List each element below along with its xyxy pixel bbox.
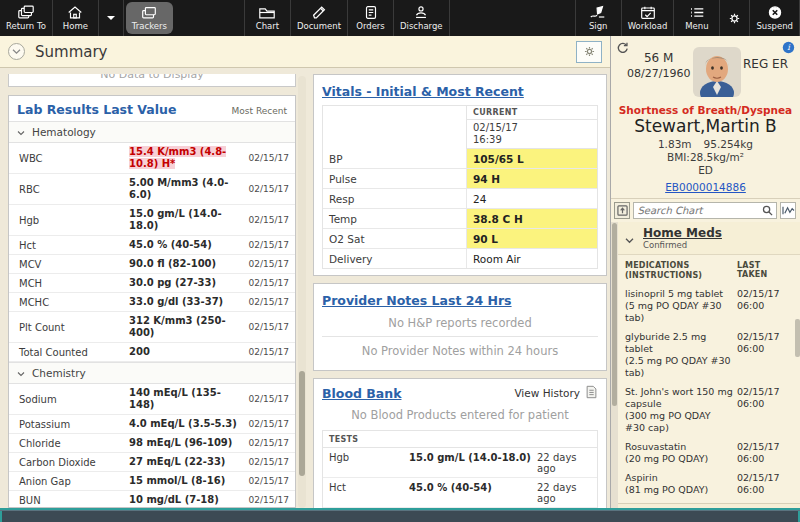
document-button[interactable]: Document [291,0,348,36]
vital-value: 24 [466,189,597,208]
page-settings-button[interactable] [576,41,602,63]
last-taken-date: 02/15/17 [737,386,793,398]
page-title: Summary [35,43,108,61]
discharge-button[interactable]: Discharge [394,0,450,36]
medication-row[interactable]: St. John's wort 150 mg capsule(300 mg PO… [625,386,793,434]
home-dropdown-button[interactable] [99,0,124,36]
refresh-icon[interactable] [616,39,629,58]
vital-signs-section-header[interactable]: Vital Signs [618,503,800,508]
blood-bank-table: Hgb 15.0 gm/L (14.0-18.0) 22 days ago Hc… [322,448,598,508]
lab-date: 02/15/17 [243,184,289,194]
lab-row: MCV 90.0 fl (82-100) 02/15/17 [9,255,295,274]
encounter-number-link[interactable]: EB0000014886 [665,181,746,193]
person-icon [412,5,430,20]
medication-name: Rosuvastatin [625,441,733,453]
vitals-title[interactable]: Vitals - Initial & Most Recent [322,84,524,99]
lab-row: WBC 15.4 K/mm3 (4.8-10.8) H* 02/15/17 [9,143,295,174]
section-header-chemistry[interactable]: Chemistry [9,362,295,384]
last-taken-time: 06:00 [737,343,793,355]
home-button[interactable]: Home [53,0,99,36]
lab-date: 02/15/17 [243,438,289,448]
lab-date: 02/15/17 [243,215,289,225]
lab-value: 90.0 fl (82-100) [129,258,216,269]
trend-waveform-icon[interactable] [780,202,796,219]
no-provider-notes-message: No Provider Notes within 24 hours [322,337,598,364]
home-meds-title: Home Meds [643,226,722,240]
suspend-button[interactable]: Suspend [750,0,800,36]
medication-row[interactable]: Aspirin(81 mg PO QDAY) 02/15/1706:00 [625,472,793,496]
lab-test-name: BUN [19,495,129,506]
meds-scrollbar[interactable] [795,319,800,357]
trackers-button[interactable]: Trackers [126,2,173,34]
lab-date: 02/15/17 [243,394,289,404]
vital-row: Resp 24 [323,189,597,209]
patient-demographics: i 56 M 08/27/1960 REG ER Shortness of Br… [611,36,800,198]
lab-value: 312 K/mm3 (250-400) [129,315,226,338]
medication-name: St. John's wort 150 mg capsule [625,386,733,410]
menu-button[interactable]: Menu [674,0,720,36]
workload-button[interactable]: Workload [622,0,675,36]
lab-test-name: WBC [19,153,129,164]
lab-test-name: Potassium [19,419,129,430]
orders-button[interactable]: Orders [348,0,394,36]
lab-date: 02/15/17 [243,297,289,307]
top-toolbar: Return To Home Trackers Chart Document O… [0,0,800,36]
vitals-card: Vitals - Initial & Most Recent CURRENT 0… [313,74,607,276]
lab-date: 02/15/17 [243,240,289,250]
search-input[interactable] [637,205,762,216]
blood-bank-title[interactable]: Blood Bank [322,386,401,401]
medication-row[interactable]: lisinopril 5 mg tablet(5 mg PO QDAY #30 … [625,288,793,324]
medication-instruction: (5 mg PO QDAY #30 tab) [625,300,733,324]
last-taken-date: 02/15/17 [737,288,793,300]
hematology-rows: WBC 15.4 K/mm3 (4.8-10.8) H* 02/15/17 RB… [9,143,295,362]
vital-label: O2 Sat [323,229,466,248]
lab-date: 02/15/17 [243,495,289,505]
most-recent-label: Most Recent [232,106,287,116]
lab-date: 02/15/17 [243,322,289,332]
lab-row: Chloride 98 mEq/L (96-109) 02/15/17 [9,434,295,453]
vital-label: BP [323,149,466,168]
vital-row: O2 Sat 90 L [323,229,597,249]
patient-photo [693,47,741,101]
lab-column: No Data to Display Lab Results Last Valu… [8,74,296,508]
home-meds-list: MEDICATIONS(INSTRUCTIONS) LAST TAKEN lis… [618,255,800,503]
lab-test-name: Chloride [19,438,129,449]
calendar-icon [639,5,657,20]
info-icon[interactable]: i [782,39,795,58]
lab-column-scrollbar[interactable] [298,76,306,508]
medication-name: Aspirin [625,472,733,484]
vitals-datetime: 02/15/1716:39 [466,120,597,149]
search-jump-icon[interactable] [614,202,630,219]
search-icon[interactable] [762,201,773,220]
medication-row[interactable]: Rosuvastatin(20 mg PO QDAY) 02/15/1706:0… [625,441,793,465]
no-blood-products-message: No Blood Products entered for patient [322,401,598,428]
lab-test-name: MCV [19,259,129,270]
sign-button[interactable]: Sign [576,0,622,36]
home-meds-section-header[interactable]: Home Meds Confirmed [618,222,800,255]
summary-content: No Data to Display Lab Results Last Valu… [0,68,610,508]
lab-test-name: Anion Gap [19,476,129,487]
return-to-button[interactable]: Return To [0,0,53,36]
vital-row: Delivery Room Air [323,249,597,268]
medication-row[interactable]: glyburide 2.5 mg tablet(2.5 mg PO QDAY #… [625,331,793,379]
chart-button[interactable]: Chart [245,0,291,36]
lab-row: RBC 5.00 M/mm3 (4.0-6.0) 02/15/17 [9,174,295,205]
summary-expand-icon[interactable] [8,43,25,60]
patient-reg-status: REG ER [743,57,788,71]
lab-results-title[interactable]: Lab Results Last Value [17,102,176,117]
blood-bank-card: Blood Bank View History No Blood Product… [313,378,607,508]
toolbar-settings-button[interactable] [720,0,750,36]
lab-value: 30.0 pg (27-33) [129,277,216,288]
last-taken-time: 06:00 [737,398,793,410]
patient-panel-scrollbar[interactable] [611,222,618,508]
return-stack-icon [17,5,35,20]
trackers-icon [140,5,158,20]
provider-notes-title[interactable]: Provider Notes Last 24 Hrs [322,293,512,308]
tests-column-header: TESTS [322,430,598,448]
vital-value: 90 L [466,229,597,248]
lab-test-name: Hct [19,240,129,251]
last-taken-date: 02/15/17 [737,441,793,453]
view-history-button[interactable]: View History [514,385,598,401]
section-header-hematology[interactable]: Hematology [9,121,295,143]
vital-label: Resp [323,189,466,208]
